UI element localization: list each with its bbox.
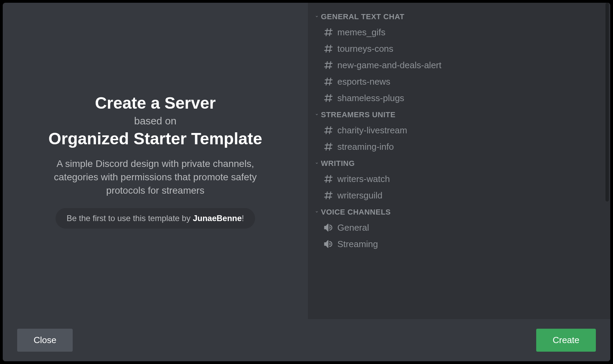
channel-label: writersguild xyxy=(337,190,383,201)
template-name: Organized Starter Template xyxy=(48,129,262,149)
channel-label: esports-news xyxy=(337,76,390,87)
voice-channel-general[interactable]: General xyxy=(308,219,610,236)
category-header-voice-channels[interactable]: VOICE CHANNELS xyxy=(308,204,610,219)
hash-icon xyxy=(323,76,334,87)
category-label: VOICE CHANNELS xyxy=(321,208,391,217)
channel-preview-panel[interactable]: GENERAL TEXT CHAT memes_gifs tourneys-co… xyxy=(308,3,610,319)
category-header-streamers-unite[interactable]: STREAMERS UNITE xyxy=(308,106,610,122)
badge-prefix: Be the first to use this template by xyxy=(67,214,193,223)
chevron-down-icon xyxy=(315,14,319,20)
scrollbar-thumb[interactable] xyxy=(605,3,609,202)
channel-label: shameless-plugs xyxy=(337,93,404,104)
badge-suffix: ! xyxy=(242,214,244,223)
channel-charity-livestream[interactable]: charity-livestream xyxy=(308,122,610,138)
voice-channel-streaming[interactable]: Streaming xyxy=(308,236,610,252)
create-button[interactable]: Create xyxy=(536,329,596,352)
channel-writers-watch[interactable]: writers-watch xyxy=(308,171,610,187)
title-section: Create a Server based on Organized Start… xyxy=(48,93,262,149)
first-use-badge: Be the first to use this template by Jun… xyxy=(56,208,255,229)
channel-label: memes_gifs xyxy=(337,27,385,38)
chevron-down-icon xyxy=(315,161,319,166)
category-label: STREAMERS UNITE xyxy=(321,110,396,119)
channel-writersguild[interactable]: writersguild xyxy=(308,187,610,204)
channel-label: charity-livestream xyxy=(337,125,407,136)
channel-streaming-info[interactable]: streaming-info xyxy=(308,138,610,155)
channel-label: General xyxy=(337,222,369,233)
hash-icon xyxy=(323,125,334,136)
channel-label: writers-watch xyxy=(337,174,390,184)
modal-footer: Close Create xyxy=(3,319,610,361)
category-header-general-text-chat[interactable]: GENERAL TEXT CHAT xyxy=(308,8,610,24)
channel-label: streaming-info xyxy=(337,142,394,152)
channel-label: new-game-and-deals-alert xyxy=(337,60,441,71)
modal-title: Create a Server xyxy=(48,93,262,113)
create-server-modal: Create a Server based on Organized Start… xyxy=(3,3,610,361)
modal-body: Create a Server based on Organized Start… xyxy=(3,3,610,319)
modal-subtitle: based on xyxy=(48,114,262,128)
hash-icon xyxy=(323,190,334,201)
hash-icon xyxy=(323,141,334,152)
channel-esports-news[interactable]: esports-news xyxy=(308,73,610,90)
hash-icon xyxy=(323,43,334,54)
channel-label: tourneys-cons xyxy=(337,44,393,54)
channel-shameless-plugs[interactable]: shameless-plugs xyxy=(308,90,610,106)
hash-icon xyxy=(323,173,334,184)
close-button[interactable]: Close xyxy=(17,329,73,352)
hash-icon xyxy=(323,60,334,71)
channel-new-game-and-deals-alert[interactable]: new-game-and-deals-alert xyxy=(308,57,610,73)
template-info-panel: Create a Server based on Organized Start… xyxy=(3,3,308,319)
speaker-icon xyxy=(323,222,334,233)
hash-icon xyxy=(323,27,334,38)
chevron-down-icon xyxy=(315,112,319,118)
channel-tourneys-cons[interactable]: tourneys-cons xyxy=(308,40,610,57)
hash-icon xyxy=(323,93,334,104)
channel-label: Streaming xyxy=(337,239,378,250)
speaker-icon xyxy=(323,239,334,250)
badge-author: JunaeBenne xyxy=(193,214,242,223)
template-description: A simple Discord design with private cha… xyxy=(39,157,272,197)
chevron-down-icon xyxy=(315,209,319,215)
channel-memes-gifs[interactable]: memes_gifs xyxy=(308,24,610,40)
category-header-writing[interactable]: WRITING xyxy=(308,155,610,171)
category-label: WRITING xyxy=(321,159,355,168)
category-label: GENERAL TEXT CHAT xyxy=(321,12,405,21)
